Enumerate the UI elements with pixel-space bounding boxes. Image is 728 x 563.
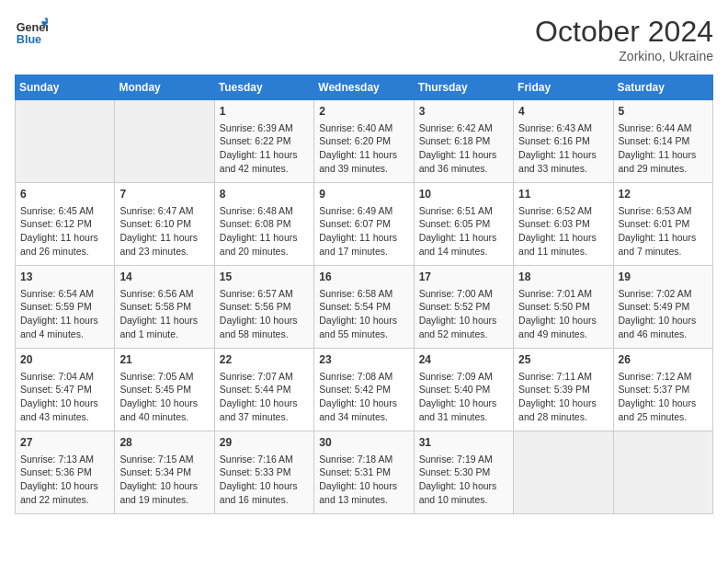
- title-block: October 2024 Zorkino, Ukraine: [535, 15, 713, 63]
- day-number: 8: [220, 187, 309, 202]
- calendar-cell: 23Sunrise: 7:08 AMSunset: 5:42 PMDayligh…: [314, 349, 414, 431]
- day-info: Sunrise: 7:09 AMSunset: 5:40 PMDaylight:…: [419, 370, 508, 424]
- calendar-cell: 30Sunrise: 7:18 AMSunset: 5:31 PMDayligh…: [314, 431, 414, 514]
- day-info: Sunrise: 7:11 AMSunset: 5:39 PMDaylight:…: [518, 370, 608, 424]
- calendar-cell: 7Sunrise: 6:47 AMSunset: 6:10 PMDaylight…: [115, 183, 214, 266]
- calendar-week-4: 20Sunrise: 7:04 AMSunset: 5:47 PMDayligh…: [16, 349, 713, 431]
- day-number: 30: [319, 435, 408, 451]
- day-info: Sunrise: 7:07 AMSunset: 5:44 PMDaylight:…: [220, 370, 309, 424]
- day-info: Sunrise: 7:16 AMSunset: 5:33 PMDaylight:…: [220, 453, 309, 507]
- day-number: 26: [619, 352, 708, 368]
- day-number: 1: [220, 104, 309, 120]
- day-number: 17: [419, 270, 508, 285]
- calendar-cell: 1Sunrise: 6:39 AMSunset: 6:22 PMDaylight…: [214, 100, 313, 183]
- calendar-cell: 31Sunrise: 7:19 AMSunset: 5:30 PMDayligh…: [414, 431, 513, 514]
- calendar-cell: 10Sunrise: 6:51 AMSunset: 6:05 PMDayligh…: [414, 183, 513, 266]
- calendar-cell: 4Sunrise: 6:43 AMSunset: 6:16 PMDaylight…: [514, 100, 613, 183]
- calendar-cell: [16, 100, 115, 183]
- calendar-cell: 26Sunrise: 7:12 AMSunset: 5:37 PMDayligh…: [613, 349, 712, 431]
- weekday-header-thursday: Thursday: [414, 75, 513, 100]
- weekday-header-wednesday: Wednesday: [314, 75, 414, 100]
- calendar-cell: 13Sunrise: 6:54 AMSunset: 5:59 PMDayligh…: [16, 266, 115, 349]
- calendar-cell: 3Sunrise: 6:42 AMSunset: 6:18 PMDaylight…: [414, 100, 513, 183]
- day-info: Sunrise: 7:15 AMSunset: 5:34 PMDaylight:…: [119, 453, 209, 507]
- day-number: 29: [220, 435, 309, 451]
- calendar-cell: 14Sunrise: 6:56 AMSunset: 5:58 PMDayligh…: [115, 266, 214, 349]
- day-number: 12: [619, 187, 708, 202]
- day-number: 19: [619, 270, 708, 285]
- calendar-cell: 8Sunrise: 6:48 AMSunset: 6:08 PMDaylight…: [214, 183, 313, 266]
- day-info: Sunrise: 7:08 AMSunset: 5:42 PMDaylight:…: [319, 370, 408, 424]
- day-info: Sunrise: 7:19 AMSunset: 5:30 PMDaylight:…: [419, 453, 508, 507]
- calendar-cell: 19Sunrise: 7:02 AMSunset: 5:49 PMDayligh…: [613, 266, 712, 349]
- day-info: Sunrise: 6:44 AMSunset: 6:14 PMDaylight:…: [619, 121, 708, 176]
- weekday-header-monday: Monday: [115, 75, 214, 100]
- day-info: Sunrise: 7:04 AMSunset: 5:47 PMDaylight:…: [20, 370, 109, 424]
- calendar-cell: 29Sunrise: 7:16 AMSunset: 5:33 PMDayligh…: [214, 431, 313, 514]
- day-info: Sunrise: 6:45 AMSunset: 6:12 PMDaylight:…: [20, 204, 109, 259]
- calendar-cell: 5Sunrise: 6:44 AMSunset: 6:14 PMDaylight…: [613, 100, 712, 183]
- day-number: 14: [119, 270, 209, 285]
- calendar-week-1: 1Sunrise: 6:39 AMSunset: 6:22 PMDaylight…: [16, 100, 713, 183]
- calendar-cell: [514, 431, 613, 514]
- day-number: 13: [20, 270, 109, 285]
- day-number: 6: [20, 187, 109, 202]
- day-number: 24: [419, 352, 508, 368]
- day-number: 9: [319, 187, 408, 202]
- day-info: Sunrise: 6:40 AMSunset: 6:20 PMDaylight:…: [319, 121, 408, 176]
- logo-icon: General Blue: [15, 15, 48, 48]
- weekday-header-tuesday: Tuesday: [214, 75, 313, 100]
- calendar-cell: 27Sunrise: 7:13 AMSunset: 5:36 PMDayligh…: [16, 431, 115, 514]
- day-number: 18: [518, 270, 608, 285]
- day-info: Sunrise: 7:02 AMSunset: 5:49 PMDaylight:…: [619, 287, 708, 341]
- calendar-cell: [115, 100, 214, 183]
- page-header: General Blue October 2024 Zorkino, Ukrai…: [15, 15, 713, 63]
- calendar-cell: 2Sunrise: 6:40 AMSunset: 6:20 PMDaylight…: [314, 100, 414, 183]
- calendar-cell: 6Sunrise: 6:45 AMSunset: 6:12 PMDaylight…: [16, 183, 115, 266]
- day-number: 15: [220, 270, 309, 285]
- day-number: 4: [518, 104, 608, 120]
- calendar-week-2: 6Sunrise: 6:45 AMSunset: 6:12 PMDaylight…: [16, 183, 713, 266]
- day-info: Sunrise: 6:53 AMSunset: 6:01 PMDaylight:…: [619, 204, 708, 259]
- calendar-cell: 11Sunrise: 6:52 AMSunset: 6:03 PMDayligh…: [514, 183, 613, 266]
- calendar-cell: 16Sunrise: 6:58 AMSunset: 5:54 PMDayligh…: [314, 266, 414, 349]
- calendar-week-3: 13Sunrise: 6:54 AMSunset: 5:59 PMDayligh…: [16, 266, 713, 349]
- logo: General Blue: [15, 15, 48, 48]
- month-title: October 2024: [535, 15, 713, 49]
- day-info: Sunrise: 7:12 AMSunset: 5:37 PMDaylight:…: [619, 370, 708, 424]
- day-number: 2: [319, 104, 408, 120]
- day-number: 16: [319, 270, 408, 285]
- day-info: Sunrise: 6:58 AMSunset: 5:54 PMDaylight:…: [319, 287, 408, 341]
- day-info: Sunrise: 6:39 AMSunset: 6:22 PMDaylight:…: [220, 121, 309, 176]
- calendar-cell: 25Sunrise: 7:11 AMSunset: 5:39 PMDayligh…: [514, 349, 613, 431]
- day-info: Sunrise: 6:54 AMSunset: 5:59 PMDaylight:…: [20, 287, 109, 341]
- day-info: Sunrise: 7:13 AMSunset: 5:36 PMDaylight:…: [20, 453, 109, 507]
- calendar-cell: 24Sunrise: 7:09 AMSunset: 5:40 PMDayligh…: [414, 349, 513, 431]
- day-info: Sunrise: 7:01 AMSunset: 5:50 PMDaylight:…: [518, 287, 608, 341]
- day-info: Sunrise: 6:43 AMSunset: 6:16 PMDaylight:…: [518, 121, 608, 176]
- calendar-cell: 22Sunrise: 7:07 AMSunset: 5:44 PMDayligh…: [214, 349, 313, 431]
- day-number: 5: [619, 104, 708, 120]
- weekday-header-sunday: Sunday: [16, 75, 115, 100]
- day-number: 10: [419, 187, 508, 202]
- day-info: Sunrise: 6:48 AMSunset: 6:08 PMDaylight:…: [220, 204, 309, 259]
- calendar-cell: 18Sunrise: 7:01 AMSunset: 5:50 PMDayligh…: [514, 266, 613, 349]
- day-info: Sunrise: 6:51 AMSunset: 6:05 PMDaylight:…: [419, 204, 508, 259]
- day-number: 31: [419, 435, 508, 451]
- day-number: 28: [119, 435, 209, 451]
- location-subtitle: Zorkino, Ukraine: [535, 49, 713, 63]
- calendar-week-5: 27Sunrise: 7:13 AMSunset: 5:36 PMDayligh…: [16, 431, 713, 514]
- calendar-cell: 12Sunrise: 6:53 AMSunset: 6:01 PMDayligh…: [613, 183, 712, 266]
- calendar-cell: 21Sunrise: 7:05 AMSunset: 5:45 PMDayligh…: [115, 349, 214, 431]
- day-number: 3: [419, 104, 508, 120]
- day-number: 20: [20, 352, 109, 368]
- day-info: Sunrise: 7:18 AMSunset: 5:31 PMDaylight:…: [319, 453, 408, 507]
- day-number: 27: [20, 435, 109, 451]
- day-info: Sunrise: 6:47 AMSunset: 6:10 PMDaylight:…: [119, 204, 209, 259]
- weekday-header-saturday: Saturday: [613, 75, 712, 100]
- day-number: 23: [319, 352, 408, 368]
- day-info: Sunrise: 7:00 AMSunset: 5:52 PMDaylight:…: [419, 287, 508, 341]
- calendar-cell: 9Sunrise: 6:49 AMSunset: 6:07 PMDaylight…: [314, 183, 414, 266]
- calendar-cell: 28Sunrise: 7:15 AMSunset: 5:34 PMDayligh…: [115, 431, 214, 514]
- day-info: Sunrise: 6:49 AMSunset: 6:07 PMDaylight:…: [319, 204, 408, 259]
